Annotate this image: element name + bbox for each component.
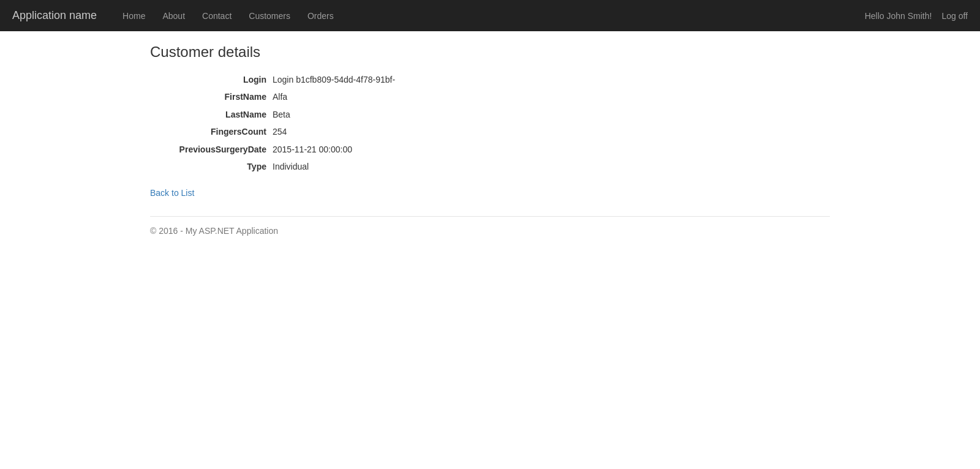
detail-label-type: Type bbox=[150, 160, 273, 173]
detail-table: Login Login b1cfb809-54dd-4f78-91bf- Fir… bbox=[150, 73, 830, 173]
nav-link-about[interactable]: About bbox=[155, 6, 192, 26]
detail-row-firstname: FirstName Alfa bbox=[150, 90, 830, 103]
navbar: Application name Home About Contact Cust… bbox=[0, 0, 980, 31]
detail-label-login: Login bbox=[150, 73, 273, 86]
detail-value-login: Login b1cfb809-54dd-4f78-91bf- bbox=[273, 73, 395, 86]
nav-link-home[interactable]: Home bbox=[115, 6, 153, 26]
nav-brand[interactable]: Application name bbox=[12, 9, 97, 22]
nav-links: Home About Contact Customers Orders bbox=[115, 6, 865, 26]
detail-value-firstname: Alfa bbox=[273, 90, 287, 103]
back-to-list-link[interactable]: Back to List bbox=[150, 188, 194, 198]
detail-value-fingerscount: 254 bbox=[273, 125, 287, 138]
nav-logoff-link[interactable]: Log off bbox=[941, 11, 968, 21]
detail-row-fingerscount: FingersCount 254 bbox=[150, 125, 830, 138]
nav-link-contact[interactable]: Contact bbox=[195, 6, 239, 26]
detail-row-surgerydate: PreviousSurgeryDate 2015-11-21 00:00:00 bbox=[150, 143, 830, 156]
detail-value-type: Individual bbox=[273, 160, 309, 173]
nav-link-customers[interactable]: Customers bbox=[241, 6, 298, 26]
detail-label-fingerscount: FingersCount bbox=[150, 125, 273, 138]
nav-right: Hello John Smith! Log off bbox=[865, 11, 968, 21]
detail-row-login: Login Login b1cfb809-54dd-4f78-91bf- bbox=[150, 73, 830, 86]
detail-value-surgerydate: 2015-11-21 00:00:00 bbox=[273, 143, 352, 156]
detail-label-firstname: FirstName bbox=[150, 90, 273, 103]
page-title: Customer details bbox=[150, 43, 830, 61]
detail-value-lastname: Beta bbox=[273, 108, 290, 121]
nav-link-orders[interactable]: Orders bbox=[300, 6, 341, 26]
footer-text: © 2016 - My ASP.NET Application bbox=[150, 226, 278, 236]
main-content: Customer details Login Login b1cfb809-54… bbox=[141, 31, 839, 257]
detail-row-lastname: LastName Beta bbox=[150, 108, 830, 121]
detail-label-surgerydate: PreviousSurgeryDate bbox=[150, 143, 273, 156]
detail-row-type: Type Individual bbox=[150, 160, 830, 173]
footer: © 2016 - My ASP.NET Application bbox=[150, 217, 830, 245]
detail-label-lastname: LastName bbox=[150, 108, 273, 121]
nav-hello-text: Hello John Smith! bbox=[865, 11, 932, 21]
